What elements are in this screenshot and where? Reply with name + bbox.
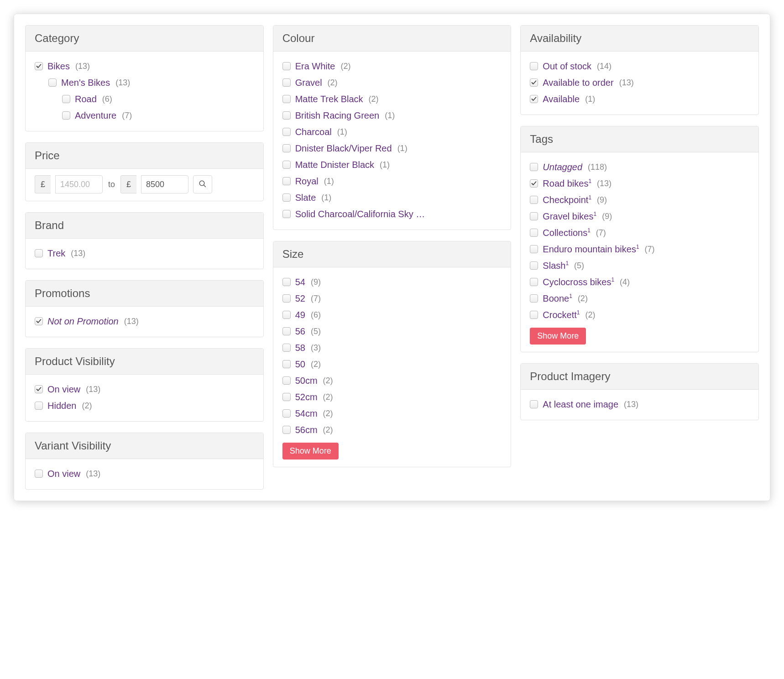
- checkbox[interactable]: [35, 385, 43, 393]
- filter-option-label[interactable]: Gravel: [295, 76, 322, 89]
- filter-option[interactable]: Royal(1): [282, 173, 502, 189]
- checkbox[interactable]: [282, 78, 291, 87]
- checkbox[interactable]: [48, 78, 57, 87]
- checkbox[interactable]: [35, 402, 43, 410]
- checkbox[interactable]: [530, 311, 538, 319]
- filter-option-label[interactable]: Available: [543, 92, 580, 106]
- checkbox[interactable]: [282, 294, 291, 303]
- checkbox[interactable]: [530, 294, 538, 303]
- filter-option-label[interactable]: 54: [295, 275, 305, 289]
- filter-option-label[interactable]: On view: [47, 467, 80, 481]
- filter-option-label[interactable]: Solid Charcoal/California Sky …: [295, 207, 425, 221]
- checkbox[interactable]: [530, 261, 538, 270]
- checkbox[interactable]: [282, 426, 291, 434]
- filter-option[interactable]: Slate(1): [282, 189, 502, 206]
- filter-option[interactable]: Matte Trek Black(2): [282, 91, 502, 107]
- filter-option-label[interactable]: Gravel bikes1: [543, 209, 596, 223]
- filter-option-label[interactable]: Cyclocross bikes1: [543, 275, 614, 289]
- price-search-button[interactable]: [193, 175, 212, 193]
- filter-option[interactable]: Available(1): [530, 91, 749, 107]
- checkbox[interactable]: [282, 95, 291, 103]
- filter-option-label[interactable]: 54cm: [295, 407, 318, 420]
- checkbox[interactable]: [282, 344, 291, 352]
- filter-option-label[interactable]: Slash1: [543, 259, 569, 272]
- filter-option-label[interactable]: 58: [295, 341, 305, 355]
- checkbox[interactable]: [282, 360, 291, 368]
- filter-option-label[interactable]: 50: [295, 357, 305, 371]
- checkbox[interactable]: [62, 111, 70, 120]
- filter-option[interactable]: On view(13): [35, 381, 254, 397]
- filter-option[interactable]: Checkpoint1(9): [530, 192, 749, 208]
- filter-option[interactable]: Road(6): [35, 91, 254, 107]
- filter-option[interactable]: Gravel bikes1(9): [530, 208, 749, 225]
- filter-option-label[interactable]: 50cm: [295, 374, 318, 387]
- filter-option[interactable]: Enduro mountain bikes1(7): [530, 241, 749, 257]
- checkbox[interactable]: [282, 376, 291, 385]
- filter-option-label[interactable]: Bikes: [47, 59, 70, 73]
- checkbox[interactable]: [62, 95, 70, 103]
- filter-option[interactable]: Slash1(5): [530, 257, 749, 274]
- checkbox[interactable]: [282, 210, 291, 218]
- filter-option[interactable]: Untagged(118): [530, 159, 749, 175]
- checkbox[interactable]: [35, 62, 43, 70]
- filter-option-label[interactable]: 52: [295, 292, 305, 305]
- filter-option[interactable]: 52cm(2): [282, 389, 502, 405]
- checkbox[interactable]: [530, 229, 538, 237]
- filter-option[interactable]: Collections1(7): [530, 225, 749, 241]
- filter-option[interactable]: Men's Bikes(13): [35, 74, 254, 91]
- filter-option[interactable]: 52(7): [282, 290, 502, 307]
- filter-option[interactable]: On view(13): [35, 465, 254, 482]
- checkbox[interactable]: [282, 393, 291, 401]
- filter-option[interactable]: Hidden(2): [35, 397, 254, 414]
- checkbox[interactable]: [530, 278, 538, 286]
- filter-option-label[interactable]: Untagged: [543, 160, 582, 174]
- filter-option-label[interactable]: At least one image: [543, 397, 618, 411]
- checkbox[interactable]: [282, 62, 291, 70]
- filter-option-label[interactable]: Charcoal: [295, 125, 332, 139]
- filter-option[interactable]: Trek(13): [35, 245, 254, 261]
- filter-option[interactable]: Bikes(13): [35, 58, 254, 74]
- filter-option[interactable]: 50cm(2): [282, 372, 502, 389]
- checkbox[interactable]: [282, 278, 291, 286]
- filter-option-label[interactable]: Enduro mountain bikes1: [543, 242, 639, 256]
- checkbox[interactable]: [530, 212, 538, 220]
- filter-option[interactable]: Boone1(2): [530, 290, 749, 307]
- filter-option[interactable]: 49(6): [282, 307, 502, 323]
- filter-option-label[interactable]: Adventure: [75, 109, 116, 122]
- filter-option[interactable]: British Racing Green(1): [282, 107, 502, 124]
- checkbox[interactable]: [530, 400, 538, 408]
- checkbox[interactable]: [530, 196, 538, 204]
- filter-option[interactable]: Not on Promotion(13): [35, 313, 254, 329]
- filter-option-label[interactable]: Road: [75, 92, 97, 106]
- filter-option[interactable]: At least one image(13): [530, 396, 749, 413]
- show-more-tags[interactable]: Show More: [530, 328, 586, 345]
- filter-option[interactable]: 58(3): [282, 340, 502, 356]
- checkbox[interactable]: [530, 95, 538, 103]
- filter-option-label[interactable]: Collections1: [543, 226, 591, 240]
- checkbox[interactable]: [35, 470, 43, 478]
- checkbox[interactable]: [282, 161, 291, 169]
- filter-option-label[interactable]: British Racing Green: [295, 109, 380, 122]
- checkbox[interactable]: [282, 409, 291, 418]
- filter-option[interactable]: Matte Dnister Black(1): [282, 157, 502, 173]
- checkbox[interactable]: [530, 78, 538, 87]
- checkbox[interactable]: [282, 144, 291, 152]
- filter-option[interactable]: 54cm(2): [282, 405, 502, 422]
- filter-option-label[interactable]: Available to order: [543, 76, 613, 89]
- price-from-input[interactable]: [55, 175, 103, 193]
- filter-option-label[interactable]: Out of stock: [543, 59, 591, 73]
- filter-option-label[interactable]: 49: [295, 308, 305, 322]
- show-more-size[interactable]: Show More: [282, 443, 339, 460]
- filter-option[interactable]: Cyclocross bikes1(4): [530, 274, 749, 290]
- checkbox[interactable]: [530, 179, 538, 188]
- filter-option[interactable]: Charcoal(1): [282, 124, 502, 140]
- filter-option[interactable]: Out of stock(14): [530, 58, 749, 74]
- checkbox[interactable]: [282, 111, 291, 120]
- checkbox[interactable]: [530, 163, 538, 171]
- filter-option-label[interactable]: 56: [295, 324, 305, 338]
- checkbox[interactable]: [35, 317, 43, 325]
- filter-option-label[interactable]: Crockett1: [543, 308, 580, 322]
- checkbox[interactable]: [282, 128, 291, 136]
- filter-option[interactable]: Era White(2): [282, 58, 502, 74]
- filter-option-label[interactable]: Slate: [295, 191, 316, 204]
